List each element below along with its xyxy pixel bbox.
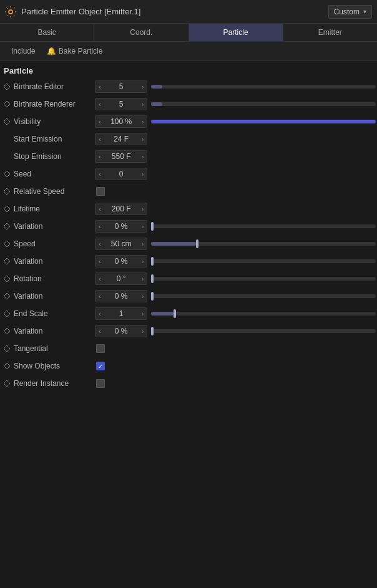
variation4-slider[interactable] (151, 329, 376, 333)
seed-value: 0 (104, 170, 139, 178)
variation4-decrement[interactable]: ‹ (95, 325, 104, 337)
render-instance-checkbox[interactable] (95, 378, 106, 389)
seed-spinner[interactable]: ‹ 0 › (95, 168, 147, 180)
diamond-icon[interactable] (2, 239, 11, 248)
variation2-slider[interactable] (151, 259, 376, 263)
lifetime-spinner[interactable]: ‹ 200 F › (95, 203, 147, 215)
diamond-icon[interactable] (2, 187, 11, 196)
variation3-slider[interactable] (151, 294, 376, 298)
end-scale-decrement[interactable]: ‹ (95, 308, 104, 319)
tab-emitter[interactable]: Emitter (283, 24, 377, 41)
diamond-icon[interactable] (2, 170, 11, 178)
tab-coord[interactable]: Coord. (94, 24, 188, 41)
diamond-icon[interactable] (2, 344, 11, 353)
lifetime-increment[interactable]: › (139, 203, 147, 214)
tab-particle[interactable]: Particle (189, 24, 283, 41)
variation4-increment[interactable]: › (139, 325, 147, 337)
svg-marker-24 (4, 345, 10, 352)
chevron-down-icon: ▾ (363, 8, 366, 15)
diamond-icon[interactable] (2, 205, 11, 213)
end-scale-value: 1 (104, 309, 139, 318)
svg-marker-25 (4, 363, 10, 369)
variation3-increment[interactable]: › (139, 291, 147, 302)
speed-value: 50 cm (104, 239, 139, 248)
start-emission-increment[interactable]: › (139, 133, 147, 145)
end-scale-label: End Scale (14, 309, 95, 318)
tangential-checkbox[interactable] (95, 343, 106, 354)
visibility-decrement[interactable]: ‹ (95, 116, 104, 127)
row-variation-3: Variation ‹ 0 % › (0, 287, 377, 305)
speed-slider[interactable] (151, 242, 376, 246)
diamond-icon[interactable] (2, 82, 11, 91)
bake-particle-button[interactable]: 🔔 Bake Particle (47, 47, 103, 55)
variation1-value: 0 % (104, 222, 139, 231)
row-lifetime: Lifetime ‹ 200 F › (0, 200, 377, 218)
seed-decrement[interactable]: ‹ (95, 168, 104, 180)
variation2-spinner[interactable]: ‹ 0 % › (95, 255, 147, 267)
variation3-decrement[interactable]: ‹ (95, 291, 104, 302)
diamond-icon[interactable] (2, 100, 11, 108)
start-emission-spinner[interactable]: ‹ 24 F › (95, 133, 147, 145)
birthrate-renderer-increment[interactable]: › (139, 99, 147, 110)
tangential-label: Tangential (14, 344, 95, 353)
relative-speed-checkbox[interactable] (95, 186, 106, 197)
diamond-icon[interactable] (2, 222, 11, 231)
visibility-increment[interactable]: › (139, 116, 147, 127)
rotation-spinner[interactable]: ‹ 0 ° › (95, 272, 147, 285)
diamond-icon[interactable] (2, 292, 11, 301)
speed-spinner[interactable]: ‹ 50 cm › (95, 238, 147, 250)
birthrate-editor-increment[interactable]: › (139, 81, 147, 92)
tab-basic[interactable]: Basic (0, 24, 94, 41)
rotation-increment[interactable]: › (139, 273, 147, 284)
svg-line-5 (7, 7, 8, 9)
start-emission-decrement[interactable]: ‹ (95, 133, 104, 145)
show-objects-label: Show Objects (14, 362, 95, 370)
diamond-icon[interactable] (2, 257, 11, 266)
speed-label: Speed (14, 239, 95, 248)
birthrate-renderer-decrement[interactable]: ‹ (95, 99, 104, 110)
variation1-slider[interactable] (151, 224, 376, 228)
svg-marker-18 (4, 241, 10, 247)
diamond-icon[interactable] (2, 274, 11, 283)
variation3-label: Variation (14, 292, 95, 301)
birthrate-renderer-slider[interactable] (151, 102, 376, 106)
variation3-spinner[interactable]: ‹ 0 % › (95, 290, 147, 302)
visibility-slider[interactable] (151, 120, 376, 123)
rotation-slider[interactable] (151, 277, 376, 281)
end-scale-slider[interactable] (151, 312, 376, 316)
stop-emission-spinner[interactable]: ‹ 550 F › (95, 150, 147, 163)
row-variation-1: Variation ‹ 0 % › (0, 218, 377, 235)
diamond-icon[interactable] (2, 309, 11, 318)
birthrate-editor-decrement[interactable]: ‹ (95, 81, 104, 92)
svg-marker-16 (4, 206, 10, 212)
stop-emission-increment[interactable]: › (139, 151, 147, 162)
diamond-icon[interactable] (2, 117, 11, 126)
seed-increment[interactable]: › (139, 168, 147, 180)
svg-line-8 (7, 15, 8, 16)
visibility-spinner[interactable]: ‹ 100 % › (95, 115, 147, 128)
variation2-decrement[interactable]: ‹ (95, 256, 104, 267)
end-scale-spinner[interactable]: ‹ 1 › (95, 307, 147, 320)
speed-increment[interactable]: › (139, 238, 147, 249)
particle-section-header: Particle (0, 61, 377, 78)
birthrate-renderer-spinner[interactable]: ‹ 5 › (95, 98, 147, 110)
speed-decrement[interactable]: ‹ (95, 238, 104, 249)
lifetime-decrement[interactable]: ‹ (95, 203, 104, 214)
variation1-decrement[interactable]: ‹ (95, 221, 104, 232)
rotation-decrement[interactable]: ‹ (95, 273, 104, 284)
show-objects-checkbox[interactable] (95, 360, 106, 372)
preset-dropdown[interactable]: Custom ▾ (328, 5, 372, 19)
variation1-spinner[interactable]: ‹ 0 % › (95, 220, 147, 233)
variation2-increment[interactable]: › (139, 256, 147, 267)
tab-include[interactable]: Include (4, 44, 43, 58)
diamond-icon[interactable] (2, 362, 11, 370)
end-scale-increment[interactable]: › (139, 308, 147, 319)
stop-emission-decrement[interactable]: ‹ (95, 151, 104, 162)
show-objects-checkbox-box (96, 362, 105, 370)
variation4-spinner[interactable]: ‹ 0 % › (95, 325, 147, 337)
variation1-increment[interactable]: › (139, 221, 147, 232)
birthrate-editor-spinner[interactable]: ‹ 5 › (95, 80, 147, 93)
diamond-icon[interactable] (2, 327, 11, 335)
diamond-icon[interactable] (2, 379, 11, 388)
birthrate-editor-slider[interactable] (151, 85, 376, 89)
